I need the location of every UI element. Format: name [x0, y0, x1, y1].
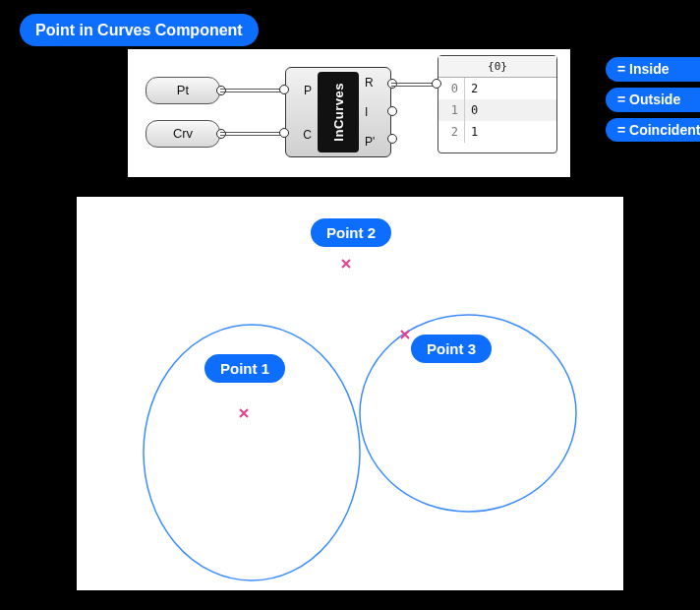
rhino-viewport: Point 1 Point 2 Point 3	[77, 197, 623, 590]
label-point-3: Point 3	[411, 335, 492, 363]
row-index: 1	[438, 99, 465, 121]
row-index: 0	[438, 78, 465, 99]
port-comp-c[interactable]	[279, 128, 289, 138]
output-label-pprime: P'	[365, 135, 375, 149]
output-label-r: R	[365, 76, 374, 90]
label-point-2: Point 2	[311, 218, 391, 247]
output-label-i: I	[365, 105, 368, 119]
label-point-1: Point 1	[204, 354, 285, 383]
input-label-c: C	[303, 128, 312, 142]
point-marker-2	[342, 260, 350, 268]
row-value: 1	[465, 121, 478, 143]
title-pill: Point in Curves Component	[20, 14, 259, 46]
legend: = Inside = Outside = Coincident	[606, 57, 700, 148]
legend-coincident: = Coincident	[606, 118, 700, 143]
port-comp-i[interactable]	[387, 106, 397, 116]
port-comp-pp[interactable]	[387, 134, 397, 144]
param-point[interactable]: Pt	[146, 77, 220, 104]
point-marker-1	[240, 409, 248, 417]
component-incurves[interactable]: P C InCurves R I P'	[285, 67, 391, 157]
legend-outside: = Outside	[606, 88, 700, 112]
viewport-svg	[77, 197, 623, 590]
port-panel-in[interactable]	[432, 79, 441, 89]
panel-header: {0}	[438, 56, 556, 78]
component-name: InCurves	[331, 83, 346, 142]
input-label-p: P	[304, 84, 312, 97]
grasshopper-canvas: Pt Crv P C InCurves R I P'	[128, 49, 570, 177]
port-comp-p[interactable]	[279, 85, 289, 94]
row-value: 2	[465, 78, 478, 99]
wire-crv	[220, 132, 285, 136]
param-curve[interactable]: Crv	[146, 120, 220, 148]
row-value: 0	[465, 99, 478, 121]
legend-inside: = Inside	[606, 57, 700, 82]
wire-r	[391, 83, 437, 87]
wire-pt	[220, 89, 285, 92]
output-panel[interactable]: {0} 0 2 1 0 2 1	[438, 55, 557, 153]
row-index: 2	[438, 121, 465, 143]
